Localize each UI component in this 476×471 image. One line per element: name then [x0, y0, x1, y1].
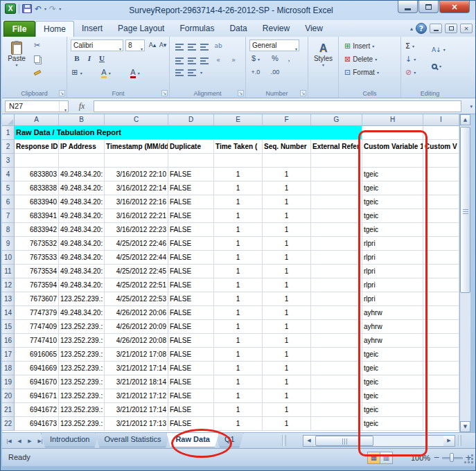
zoom-slider-thumb[interactable] [450, 453, 454, 462]
cell-B17[interactable]: 123.252.239.: [59, 348, 105, 362]
sheet-nav-first-button[interactable]: |◀ [5, 436, 13, 446]
cell-H19[interactable]: tgeic [362, 375, 423, 389]
cell-I4[interactable] [423, 168, 459, 181]
ribbon-tab-home[interactable]: Home [35, 21, 74, 37]
select-all-button[interactable] [2, 114, 15, 126]
cell-D20[interactable]: FALSE [168, 389, 214, 403]
horizontal-scroll-thumb[interactable] [315, 436, 373, 446]
cell-H13[interactable]: rlpri [362, 292, 423, 306]
column-header-H[interactable]: H [362, 114, 423, 126]
cell-H9[interactable]: rlpri [362, 237, 423, 251]
column-header-F[interactable]: F [263, 114, 311, 126]
cell-G19[interactable] [311, 375, 362, 389]
cell-I22[interactable] [423, 417, 459, 431]
row-header-14[interactable]: 14 [2, 306, 15, 320]
cell-H22[interactable]: tgeic [362, 417, 423, 431]
ribbon-tab-review[interactable]: Review [255, 21, 297, 37]
cell-A13[interactable]: 7673607 [15, 292, 59, 306]
row-header-12[interactable]: 12 [2, 278, 15, 292]
cell-A3[interactable] [15, 154, 59, 168]
ribbon-tab-page-layout[interactable]: Page Layout [110, 21, 172, 37]
cell-D14[interactable]: FALSE [168, 306, 214, 320]
cell-D21[interactable]: FALSE [168, 403, 214, 417]
cell-B7[interactable]: 49.248.34.20: [59, 209, 105, 223]
cell-B15[interactable]: 123.252.239.: [59, 320, 105, 334]
row-header-4[interactable]: 4 [2, 168, 15, 181]
cell-G11[interactable] [311, 265, 362, 278]
cell-C3[interactable] [105, 154, 168, 168]
cell-D22[interactable]: FALSE [168, 417, 214, 431]
cell-C8[interactable]: 3/16/2012 22:23 [105, 223, 168, 237]
cell-F4[interactable]: 1 [263, 168, 311, 181]
dialog-launcher-icon[interactable]: ↘ [238, 90, 244, 96]
cell-I16[interactable] [423, 334, 459, 348]
cell-E11[interactable]: 1 [214, 265, 263, 278]
cell-D10[interactable]: FALSE [168, 251, 214, 265]
cell-I7[interactable] [423, 209, 459, 223]
column-header-I[interactable]: I [423, 114, 459, 126]
row-header-15[interactable]: 15 [2, 320, 15, 334]
cell-G20[interactable] [311, 389, 362, 403]
sheet-tab-q1[interactable]: Q1 [215, 433, 244, 447]
cell-A14[interactable]: 7747379 [15, 306, 59, 320]
cell-E2[interactable]: Time Taken ( [214, 140, 263, 154]
sheet-tab-overall-statistics[interactable]: Overall Statistics [95, 433, 170, 447]
row-header-20[interactable]: 20 [2, 389, 15, 403]
cell-D4[interactable]: FALSE [168, 168, 214, 181]
cell-B5[interactable]: 49.248.34.20: [59, 181, 105, 195]
undo-dropdown-icon[interactable]: ▾ [44, 6, 46, 11]
cell-I19[interactable] [423, 375, 459, 389]
workbook-minimize-button[interactable] [430, 24, 442, 33]
decrease-indent-icon[interactable]: « [213, 55, 224, 66]
row-header-18[interactable]: 18 [2, 362, 15, 375]
cell-C13[interactable]: 4/25/2012 22:53 [105, 292, 168, 306]
merge-center-icon[interactable] [188, 69, 196, 76]
cell-D11[interactable]: FALSE [168, 265, 214, 278]
row-header-9[interactable]: 9 [2, 237, 15, 251]
cell-I1[interactable] [423, 126, 459, 140]
cell-H20[interactable]: tgeic [362, 389, 423, 403]
percent-format-icon[interactable]: % [270, 53, 281, 64]
row-header-7[interactable]: 7 [2, 209, 15, 223]
cell-F12[interactable]: 1 [263, 278, 311, 292]
vertical-scrollbar[interactable]: ▲ ▼ [459, 114, 470, 432]
cell-G5[interactable] [311, 181, 362, 195]
cell-F17[interactable]: 1 [263, 348, 311, 362]
cell-E20[interactable]: 1 [214, 389, 263, 403]
cell-H5[interactable]: tgeic [362, 181, 423, 195]
cell-A8[interactable]: 6833942 [15, 223, 59, 237]
scroll-up-icon[interactable]: ▲ [460, 114, 470, 125]
cell-C6[interactable]: 3/16/2012 22:16 [105, 195, 168, 209]
row-header-8[interactable]: 8 [2, 223, 15, 237]
cell-F21[interactable]: 1 [263, 403, 311, 417]
cell-A10[interactable]: 7673533 [15, 251, 59, 265]
cell-B21[interactable]: 123.252.239.: [59, 403, 105, 417]
horizontal-scrollbar[interactable]: ◀ ▶ [303, 435, 455, 447]
cell-F14[interactable]: 1 [263, 306, 311, 320]
cell-H16[interactable]: ayhrw [362, 334, 423, 348]
zoom-level-label[interactable]: 100% [411, 454, 430, 462]
cell-H21[interactable]: tgeic [362, 403, 423, 417]
file-tab[interactable]: File [3, 21, 35, 37]
cell-A2[interactable]: Response ID [15, 140, 59, 154]
dialog-launcher-icon[interactable]: ↘ [161, 90, 168, 96]
align-center-icon[interactable] [188, 57, 196, 64]
increase-indent-icon[interactable]: » [228, 55, 239, 66]
cell-B2[interactable]: IP Address [59, 140, 105, 154]
scroll-right-icon[interactable]: ▶ [443, 436, 455, 446]
cell-B12[interactable]: 49.248.34.20: [59, 278, 105, 292]
cell-I13[interactable] [423, 292, 459, 306]
cell-I14[interactable] [423, 306, 459, 320]
cut-button[interactable]: ✂ [34, 39, 41, 51]
shrink-font-icon[interactable]: A▾ [157, 40, 168, 51]
currency-format-icon[interactable]: $ ▾ [250, 53, 261, 64]
cell-D8[interactable]: FALSE [168, 223, 214, 237]
cell-B19[interactable]: 123.252.239.: [59, 375, 105, 389]
row-header-2[interactable]: 2 [2, 140, 15, 154]
cell-C10[interactable]: 4/25/2012 22:44 [105, 251, 168, 265]
tab-split-handle[interactable] [282, 435, 286, 446]
paste-button[interactable]: Paste ▾ [4, 39, 29, 85]
page-break-view-button[interactable]: ▥ [380, 452, 393, 464]
cell-E17[interactable]: 1 [214, 348, 263, 362]
column-header-G[interactable]: G [311, 114, 362, 126]
